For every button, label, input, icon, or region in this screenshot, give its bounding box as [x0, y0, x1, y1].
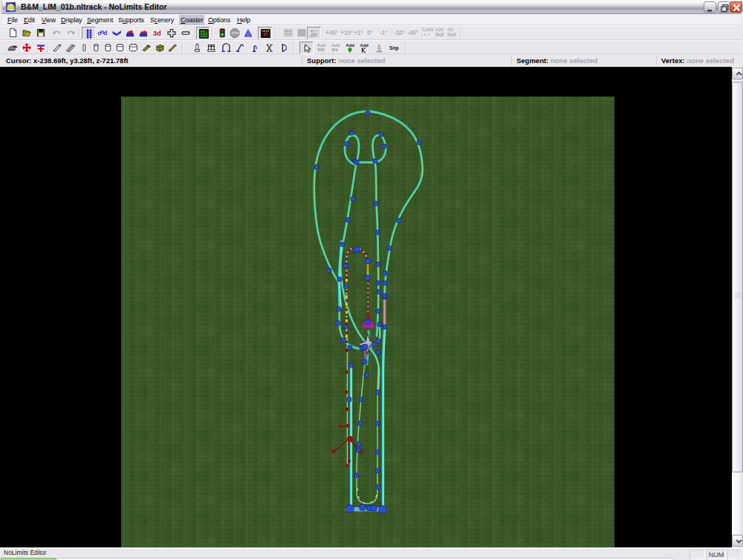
- svg-text:Add: Add: [331, 43, 340, 48]
- svg-text:Add: Add: [360, 43, 369, 48]
- svg-text:Add: Add: [346, 43, 355, 48]
- svg-text:c: c: [242, 43, 244, 47]
- svg-text:Add: Add: [317, 43, 326, 48]
- svg-text:STOP: STOP: [231, 32, 239, 35]
- svg-text:Snp: Snp: [389, 45, 399, 51]
- svg-text:3d: 3d: [205, 30, 209, 33]
- svg-text:3d: 3d: [153, 30, 161, 37]
